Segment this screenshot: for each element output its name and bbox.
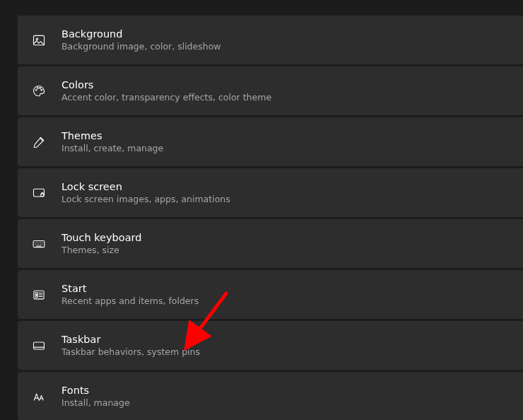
row-labels: Lock screen Lock screen images, apps, an…	[61, 180, 230, 205]
svg-rect-7	[41, 194, 44, 196]
svg-point-4	[40, 87, 41, 88]
svg-point-3	[37, 87, 39, 88]
row-subtitle: Install, create, manage	[61, 143, 163, 154]
row-labels: Taskbar Taskbar behaviors, system pins	[61, 333, 200, 358]
row-title: Themes	[61, 129, 163, 142]
row-subtitle: Taskbar behaviors, system pins	[61, 346, 200, 358]
svg-point-2	[35, 89, 37, 91]
row-subtitle: Themes, size	[61, 245, 141, 256]
settings-list: Background Background image, color, slid…	[0, 16, 523, 420]
row-labels: Touch keyboard Themes, size	[61, 231, 141, 256]
start-icon	[30, 286, 47, 303]
row-subtitle: Background image, color, slideshow	[61, 41, 221, 52]
row-fonts[interactable]: Fonts Install, manage	[18, 372, 523, 420]
keyboard-icon	[30, 235, 47, 252]
row-title: Lock screen	[61, 180, 230, 193]
row-title: Taskbar	[61, 333, 200, 346]
row-taskbar[interactable]: Taskbar Taskbar behaviors, system pins	[18, 321, 523, 370]
picture-icon	[30, 32, 47, 49]
row-lock-screen[interactable]: Lock screen Lock screen images, apps, an…	[18, 168, 523, 217]
brush-icon	[30, 134, 47, 151]
row-subtitle: Lock screen images, apps, animations	[61, 194, 230, 205]
svg-rect-11	[35, 295, 37, 297]
svg-point-5	[41, 89, 42, 91]
row-subtitle: Recent apps and items, folders	[61, 296, 199, 307]
row-colors[interactable]: Colors Accent color, transparency effect…	[18, 66, 523, 115]
row-themes[interactable]: Themes Install, create, manage	[18, 117, 523, 166]
row-labels: Start Recent apps and items, folders	[61, 282, 199, 307]
row-title: Fonts	[61, 384, 130, 397]
settings-personalization-list: Background Background image, color, slid…	[0, 0, 523, 420]
row-subtitle: Accent color, transparency effects, colo…	[61, 92, 271, 103]
row-title: Start	[61, 282, 199, 295]
lockscreen-icon	[30, 185, 47, 202]
row-title: Colors	[61, 78, 271, 91]
palette-icon	[30, 83, 47, 100]
svg-rect-10	[35, 292, 37, 294]
svg-point-1	[36, 38, 38, 40]
row-title: Background	[61, 28, 221, 40]
row-background[interactable]: Background Background image, color, slid…	[18, 16, 523, 64]
row-labels: Colors Accent color, transparency effect…	[61, 78, 271, 103]
row-labels: Themes Install, create, manage	[61, 129, 163, 154]
row-labels: Background Background image, color, slid…	[61, 28, 221, 52]
fonts-icon	[30, 388, 47, 405]
row-title: Touch keyboard	[61, 231, 141, 244]
row-subtitle: Install, manage	[61, 397, 130, 409]
svg-rect-12	[34, 342, 45, 349]
taskbar-icon	[30, 337, 47, 354]
row-start[interactable]: Start Recent apps and items, folders	[18, 270, 523, 319]
row-touch-keyboard[interactable]: Touch keyboard Themes, size	[18, 219, 523, 268]
row-labels: Fonts Install, manage	[61, 384, 130, 409]
